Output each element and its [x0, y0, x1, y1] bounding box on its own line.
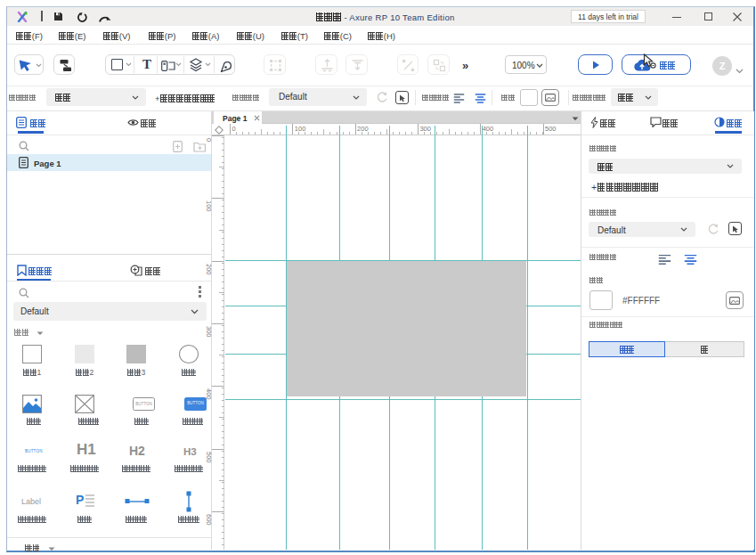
svg-text:P: P [76, 493, 84, 507]
